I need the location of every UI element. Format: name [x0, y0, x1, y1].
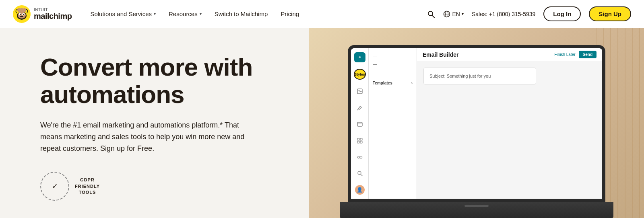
- hero-title: Convert more with automations: [40, 53, 285, 108]
- email-builder-actions: Finish Later Send: [554, 51, 597, 58]
- panel-templates-section: Templates ›: [369, 77, 417, 87]
- email-builder-content: Subject: Something just for you: [417, 61, 602, 199]
- login-button[interactable]: Log In: [543, 6, 581, 21]
- panel-item-2: —: [369, 60, 417, 68]
- hero-image: Styles: [309, 28, 644, 218]
- nav-switch[interactable]: Switch to Mailchimp: [209, 7, 274, 21]
- panel-item-3: —: [369, 68, 417, 77]
- gdpr-badge: ✓ GDPR FRIENDLY TOOLS: [40, 172, 285, 201]
- chevron-right-icon: ›: [411, 81, 413, 85]
- svg-point-10: [23, 8, 26, 12]
- svg-line-19: [357, 109, 358, 110]
- eb-sidebar-pen-icon: [354, 103, 365, 113]
- avatar-icon: 👤: [355, 185, 365, 195]
- svg-rect-23: [360, 138, 362, 140]
- eb-sidebar-image-icon: [354, 86, 365, 96]
- svg-line-12: [432, 15, 435, 18]
- nav-links: Solutions and Services ▾ Resources ▾ Swi…: [85, 7, 427, 21]
- chevron-down-icon: ▾: [462, 12, 464, 16]
- screen-content: Styles: [351, 48, 602, 199]
- sales-phone: Sales: +1 (800) 315-5939: [472, 11, 535, 17]
- laptop-keyboard: [340, 202, 613, 218]
- send-button[interactable]: Send: [579, 51, 597, 58]
- hero-section: Convert more with automations We're the …: [0, 28, 644, 218]
- svg-rect-27: [360, 156, 362, 158]
- search-icon: [427, 10, 435, 18]
- email-builder-canvas: Email Builder Finish Later Send Subject:: [417, 48, 602, 199]
- eb-user-avatar: 👤: [355, 185, 365, 195]
- laptop-mockup: Styles: [340, 45, 613, 218]
- search-button[interactable]: [427, 10, 435, 18]
- logo[interactable]: INTUIT mailchimp: [13, 5, 72, 23]
- eb-sidebar-shapes-icon: [354, 152, 365, 162]
- svg-point-9: [17, 8, 21, 12]
- svg-point-5: [20, 14, 21, 15]
- mailchimp-label: mailchimp: [34, 12, 72, 20]
- email-subject: Subject: Something just for you: [429, 74, 530, 78]
- nav-resources[interactable]: Resources ▾: [163, 7, 207, 21]
- email-builder-panel: — — — Templates ›: [369, 48, 417, 199]
- svg-rect-20: [357, 122, 362, 126]
- eb-sidebar-link-icon: [354, 119, 365, 129]
- svg-rect-22: [357, 138, 359, 140]
- hero-description: We're the #1 email marketing and automat…: [40, 119, 250, 154]
- eb-sidebar-styles-icon: Styles: [354, 69, 366, 80]
- eb-sidebar-grid-icon: [354, 136, 365, 146]
- email-builder-ui: Styles: [351, 48, 602, 199]
- chevron-down-icon: ▾: [154, 12, 156, 16]
- eb-sidebar-search-icon: [354, 169, 365, 179]
- svg-point-6: [23, 14, 24, 15]
- nav-pricing[interactable]: Pricing: [275, 7, 305, 21]
- svg-point-26: [357, 156, 359, 158]
- chimp-logo-icon: [13, 5, 31, 23]
- email-builder-title: Email Builder: [423, 51, 458, 58]
- signup-button[interactable]: Sign Up: [589, 6, 631, 21]
- globe-icon: [443, 10, 450, 18]
- checkmark-icon: ✓: [52, 182, 58, 191]
- svg-line-29: [361, 175, 362, 176]
- gdpr-text: GDPR FRIENDLY TOOLS: [75, 177, 100, 195]
- panel-item-1: —: [369, 51, 417, 60]
- email-builder-topbar: Email Builder Finish Later Send: [417, 48, 602, 61]
- email-preview-card: Subject: Something just for you: [423, 68, 536, 84]
- intuit-label: INTUIT: [34, 8, 72, 12]
- logo-text: INTUIT mailchimp: [34, 8, 72, 20]
- nav-right: EN ▾ Sales: +1 (800) 315-5939 Log In Sig…: [427, 6, 631, 21]
- svg-point-7: [20, 16, 23, 17]
- hero-content: Convert more with automations We're the …: [0, 28, 309, 218]
- svg-rect-25: [360, 141, 362, 143]
- nav-solutions[interactable]: Solutions and Services ▾: [85, 7, 161, 21]
- eb-sidebar-palette-icon: [354, 52, 365, 62]
- laptop-screen: Styles: [348, 45, 605, 202]
- email-builder-sidebar: Styles: [351, 48, 369, 199]
- chevron-down-icon: ▾: [200, 12, 202, 16]
- styles-label: Styles: [354, 72, 365, 76]
- svg-rect-24: [357, 141, 359, 143]
- finish-later-button[interactable]: Finish Later: [554, 52, 575, 57]
- navbar: INTUIT mailchimp Solutions and Services …: [0, 0, 644, 28]
- gdpr-icon: ✓: [40, 172, 69, 201]
- language-selector[interactable]: EN ▾: [443, 10, 463, 18]
